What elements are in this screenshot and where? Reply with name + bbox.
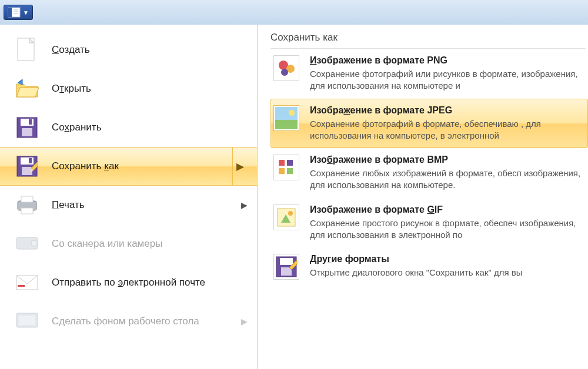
scanner-icon (14, 231, 40, 257)
svg-rect-17 (21, 208, 33, 214)
file-menu-left: Создать Открыть Сохранить Сохранить как … (0, 25, 258, 369)
email-icon (14, 270, 40, 296)
svg-rect-16 (21, 196, 33, 202)
menu-item-label: Отправить по электронной почте (52, 277, 205, 289)
svg-rect-1 (8, 8, 12, 17)
save-as-submenu: Сохранить как Изображение в формате PNG … (258, 25, 588, 369)
gif-icon (273, 204, 299, 230)
menu-item-desktop-background: Сделать фоном рабочего стола ▶ (0, 302, 257, 341)
format-description: Сохранение фотографий в формате, обеспеч… (310, 118, 583, 142)
menu-item-new[interactable]: Создать (0, 31, 257, 69)
svg-rect-14 (29, 158, 32, 163)
format-description: Сохранение простого рисунок в формате, о… (310, 217, 583, 241)
svg-point-19 (31, 240, 37, 246)
submenu-arrow-icon: ▶ (241, 200, 248, 210)
format-title: Другие форматы (310, 254, 583, 264)
format-item-bmp[interactable]: Изображение в формате BMP Сохранение люб… (270, 148, 588, 198)
app-menu-button[interactable]: ▼ (4, 5, 33, 20)
menu-item-print[interactable]: Печать ▶ (0, 186, 257, 224)
document-icon (8, 7, 21, 18)
submenu-arrow-icon: ▶ (241, 317, 248, 326)
menu-item-label: Открыть (52, 83, 91, 95)
png-icon (273, 55, 299, 81)
menu-item-save-as[interactable]: Сохранить как ▶ (0, 147, 257, 186)
menu-item-label: Со сканера или камеры (52, 238, 162, 250)
svg-rect-10 (29, 119, 32, 125)
menu-item-open[interactable]: Открыть (0, 69, 257, 108)
menu-item-email[interactable]: Отправить по электронной почте (0, 263, 257, 302)
format-item-jpeg[interactable]: Изображение в формате JPEG Сохранение фо… (270, 99, 588, 149)
svg-point-26 (281, 69, 288, 76)
menu-item-label: Печать (52, 199, 85, 211)
submenu-title: Сохранить как (270, 32, 586, 49)
dropdown-arrow-icon: ▼ (23, 9, 29, 16)
bmp-icon (273, 155, 299, 180)
menu-item-save[interactable]: Сохранить (0, 108, 257, 147)
title-bar: ▼ (0, 0, 588, 25)
format-description: Открытие диалогового окна "Сохранить как… (310, 267, 583, 279)
menu-item-label: Сохранить (52, 122, 101, 133)
svg-point-29 (289, 110, 295, 116)
save-icon (14, 115, 40, 140)
folder-open-icon (14, 76, 40, 102)
menu-item-label: Сделать фоном рабочего стола (52, 316, 199, 327)
save-as-icon (14, 153, 40, 179)
jpeg-icon (273, 105, 299, 131)
format-title: Изображение в формате PNG (310, 55, 583, 66)
format-description: Сохранение любых изображений в формате, … (310, 167, 583, 192)
svg-rect-28 (275, 120, 298, 129)
format-item-other[interactable]: Другие форматы Открытие диалогового окна… (270, 247, 588, 286)
new-document-icon (14, 37, 40, 63)
svg-rect-38 (280, 258, 293, 265)
file-menu: Создать Открыть Сохранить Сохранить как … (0, 25, 588, 369)
print-icon (14, 192, 40, 218)
format-title: Изображение в формате GIF (310, 204, 583, 215)
svg-rect-32 (279, 168, 285, 174)
svg-rect-33 (287, 168, 293, 174)
svg-rect-31 (287, 160, 293, 166)
format-title: Изображение в формате BMP (310, 155, 583, 165)
submenu-arrow-icon: ▶ (232, 147, 248, 185)
menu-item-scanner: Со сканера или камеры (0, 224, 257, 263)
svg-point-36 (288, 211, 293, 216)
desktop-icon (14, 308, 40, 334)
svg-rect-9 (22, 128, 32, 136)
svg-rect-39 (281, 267, 292, 276)
menu-item-label: Сохранить как (52, 160, 119, 172)
format-item-png[interactable]: Изображение в формате PNG Сохранение фот… (270, 49, 588, 99)
format-title: Изображение в формате JPEG (310, 105, 583, 116)
svg-rect-30 (279, 160, 285, 166)
format-item-gif[interactable]: Изображение в формате GIF Сохранение про… (270, 198, 588, 248)
other-formats-icon (273, 254, 299, 280)
format-description: Сохранение фотографий или рисунков в фор… (310, 68, 583, 92)
menu-item-label: Создать (52, 44, 90, 56)
svg-rect-23 (19, 316, 35, 325)
svg-rect-21 (18, 285, 25, 287)
